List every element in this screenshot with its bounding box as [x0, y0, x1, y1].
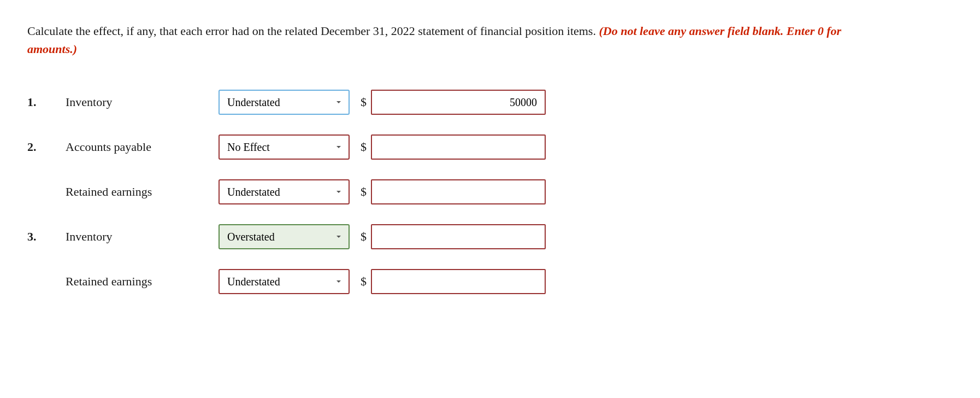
- row-number: 3.: [27, 230, 66, 244]
- effect-select[interactable]: UnderstatedOverstatedNo Effect: [219, 179, 350, 204]
- select-wrapper: UnderstatedOverstatedNo Effect: [219, 90, 350, 115]
- form-row: 1.InventoryUnderstatedOverstatedNo Effec…: [27, 80, 953, 125]
- select-wrapper: UnderstatedOverstatedNo Effect: [219, 134, 350, 160]
- form-row: Retained earningsUnderstatedOverstatedNo…: [27, 259, 953, 304]
- row-number: 2.: [27, 140, 66, 154]
- instruction-block: Calculate the effect, if any, that each …: [27, 22, 953, 58]
- amount-input[interactable]: [371, 134, 546, 160]
- select-wrapper: UnderstatedOverstatedNo Effect: [219, 179, 350, 204]
- select-wrapper: UnderstatedOverstatedNo Effect: [219, 224, 350, 249]
- row-label: Accounts payable: [66, 140, 219, 154]
- form-section: 1.InventoryUnderstatedOverstatedNo Effec…: [27, 80, 953, 304]
- row-label: Retained earnings: [66, 274, 219, 289]
- dollar-sign: $: [361, 274, 367, 289]
- effect-select[interactable]: UnderstatedOverstatedNo Effect: [219, 134, 350, 160]
- select-wrapper: UnderstatedOverstatedNo Effect: [219, 269, 350, 294]
- dollar-sign: $: [361, 230, 367, 244]
- amount-input[interactable]: [371, 269, 546, 294]
- row-label: Retained earnings: [66, 185, 219, 199]
- dollar-sign: $: [361, 95, 367, 109]
- form-row: 3.InventoryUnderstatedOverstatedNo Effec…: [27, 214, 953, 259]
- form-row: 2.Accounts payableUnderstatedOverstatedN…: [27, 125, 953, 169]
- effect-select[interactable]: UnderstatedOverstatedNo Effect: [219, 224, 350, 249]
- row-number: 1.: [27, 95, 66, 109]
- amount-input[interactable]: [371, 90, 546, 115]
- dollar-sign: $: [361, 140, 367, 154]
- amount-input[interactable]: [371, 179, 546, 204]
- row-label: Inventory: [66, 230, 219, 244]
- dollar-sign: $: [361, 185, 367, 199]
- effect-select[interactable]: UnderstatedOverstatedNo Effect: [219, 269, 350, 294]
- amount-input[interactable]: [371, 224, 546, 249]
- effect-select[interactable]: UnderstatedOverstatedNo Effect: [219, 90, 350, 115]
- instruction-main: Calculate the effect, if any, that each …: [27, 24, 596, 38]
- row-label: Inventory: [66, 95, 219, 109]
- form-row: Retained earningsUnderstatedOverstatedNo…: [27, 169, 953, 214]
